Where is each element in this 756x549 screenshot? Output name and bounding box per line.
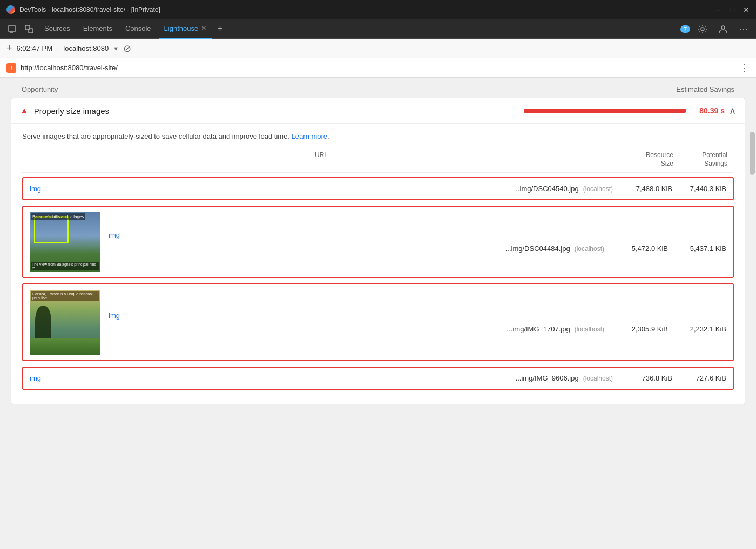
devtools-tab-bar: Sources Elements Console Lighthouse ✕ + … [0, 19, 756, 39]
title-bar: DevTools - localhost:8080/travel-site/ -… [0, 0, 756, 19]
col-header-potential-savings: Potential Savings [673, 151, 727, 168]
col-header-resource-size: Resource Size [614, 151, 673, 168]
more-icon[interactable]: ⋯ [735, 21, 752, 37]
title-bar-text: DevTools - localhost:8080/travel-site/ -… [19, 6, 160, 13]
host-row3: (localhost) [575, 326, 604, 333]
security-icon-label: ! [10, 65, 12, 71]
potential-savings-row4: 727.6 KiB [672, 374, 726, 382]
settings-icon[interactable] [694, 22, 711, 36]
table-row: Corsica, France is a unique national par… [22, 283, 734, 361]
devtools-icon [6, 5, 15, 14]
table-row: img ...img/DSC04540.jpg (localhost) 7,48… [22, 177, 734, 200]
devtools-tabs-right: 7 ⋯ [680, 21, 752, 37]
table-row: Balagne's hills and villages The view fr… [22, 206, 734, 278]
screencast-icon[interactable] [4, 23, 19, 36]
filename-row1: ...img/DSC04540.jpg [514, 185, 579, 193]
results-table-header: URL Resource Size Potential Savings [22, 149, 734, 173]
audit-progress-bar [524, 109, 686, 113]
table-header-row: Opportunity Estimated Savings [0, 83, 756, 98]
tab-elements[interactable]: Elements [78, 19, 118, 39]
title-bar-controls: ─ □ ✕ [716, 5, 750, 14]
tab-lighthouse-label: Lighthouse [164, 24, 199, 32]
learn-more-link[interactable]: Learn more [292, 132, 327, 140]
address-bar: + 6:02:47 PM - localhost:8080 ▼ ⊘ [0, 39, 756, 58]
img-link-row2[interactable]: img [109, 231, 120, 239]
profile-icon[interactable] [715, 22, 731, 36]
tab-lighthouse-close[interactable]: ✕ [201, 25, 206, 32]
tab-lighthouse[interactable]: Lighthouse ✕ [159, 19, 212, 39]
img-link-row4[interactable]: img [30, 374, 41, 382]
resource-size-row3: 2,305.9 KiB [609, 325, 668, 333]
audit-body: Serve images that are appropriately-size… [11, 124, 745, 404]
thumbnail-row3: Corsica, France is a unique national par… [30, 290, 100, 355]
url-more-button[interactable]: ⋮ [740, 62, 750, 74]
audit-card: ▲ Properly size images 80.39 s ∧ Serve i… [11, 98, 745, 404]
audit-description: Serve images that are appropriately-size… [22, 132, 734, 140]
notification-badge: 7 [680, 25, 690, 33]
collapse-chevron-icon[interactable]: ∧ [729, 105, 736, 117]
audit-header: ▲ Properly size images 80.39 s ∧ [11, 98, 745, 124]
address-time: 6:02:47 PM [17, 44, 53, 52]
resource-size-row1: 7,488.0 KiB [613, 185, 672, 193]
filename-row3: ...img/IMG_1707.jpg [507, 325, 570, 333]
url-row: ! http://localhost:8080/travel-site/ ⋮ [0, 58, 756, 78]
filename-row2: ...img/DSC04484.jpg [505, 245, 570, 253]
add-tab-button[interactable]: + [214, 21, 226, 37]
tab-sources-label: Sources [44, 24, 70, 32]
add-icon[interactable]: + [6, 43, 12, 54]
tab-elements-label: Elements [83, 24, 112, 32]
minimize-button[interactable]: ─ [716, 5, 721, 14]
svg-rect-0 [8, 26, 16, 31]
svg-point-4 [721, 26, 725, 29]
url-text: http://localhost:8080/travel-site/ [21, 64, 735, 72]
resource-size-row4: 736.8 KiB [613, 374, 672, 382]
audit-savings: 80.39 s [692, 106, 725, 115]
close-button[interactable]: ✕ [743, 5, 750, 14]
audit-bar-container [524, 109, 686, 113]
address-separator: - [57, 44, 59, 52]
tab-console[interactable]: Console [120, 19, 157, 39]
thumbnail-row2: Balagne's hills and villages The view fr… [30, 212, 100, 272]
estimated-savings-header: Estimated Savings [676, 85, 734, 93]
inspect-icon[interactable] [22, 23, 37, 36]
host-row4: (localhost) [583, 375, 613, 382]
address-host: localhost:8080 [63, 44, 109, 52]
img-link-row3[interactable]: img [109, 311, 120, 320]
address-cancel-icon[interactable]: ⊘ [123, 43, 131, 55]
audit-title: Properly size images [34, 106, 524, 116]
main-content: Opportunity Estimated Savings ▲ Properly… [0, 78, 756, 549]
tab-console-label: Console [125, 24, 151, 32]
table-row: img ...img/IMG_9606.jpg (localhost) 736.… [22, 367, 734, 390]
address-dropdown-icon[interactable]: ▼ [113, 45, 119, 52]
host-row1: (localhost) [583, 185, 613, 193]
svg-point-3 [701, 28, 704, 31]
potential-savings-row2: 5,437.1 KiB [672, 245, 726, 253]
potential-savings-row3: 2,232.1 KiB [672, 325, 726, 333]
potential-savings-row1: 7,440.3 KiB [672, 185, 726, 193]
filename-row4: ...img/IMG_9606.jpg [516, 374, 579, 382]
warning-triangle-icon: ▲ [20, 106, 29, 116]
resource-size-row2: 5,472.0 KiB [609, 245, 668, 253]
scrollbar-thumb[interactable] [750, 132, 755, 175]
maximize-button[interactable]: □ [730, 5, 734, 14]
opportunity-header: Opportunity [22, 85, 58, 93]
img-link-row1[interactable]: img [30, 185, 41, 193]
col-header-url: URL [29, 151, 614, 168]
host-row2: (localhost) [575, 245, 604, 253]
title-bar-left: DevTools - localhost:8080/travel-site/ -… [6, 5, 160, 14]
scrollbar[interactable] [748, 78, 756, 549]
security-icon: ! [6, 63, 16, 73]
tab-sources[interactable]: Sources [39, 19, 76, 39]
